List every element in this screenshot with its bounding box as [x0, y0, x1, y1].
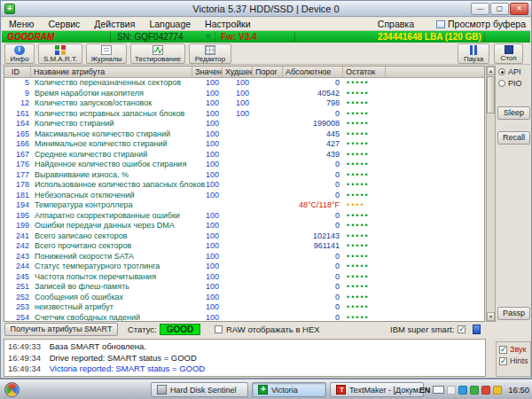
taskbar-item-victoria[interactable]: Victoria — [252, 382, 326, 397]
hints-checkbox[interactable]: Hints — [499, 356, 528, 365]
device-model: GOODRAM — [7, 31, 54, 43]
sleep-button[interactable]: Sleep — [497, 106, 530, 120]
table-row[interactable]: 244 Статус температурного тротлинга 100 … — [4, 262, 484, 272]
attribute-name: Время наработки накопителя — [35, 89, 144, 99]
passp-button[interactable]: Passp — [497, 307, 530, 320]
menu-item[interactable]: Настройки — [198, 18, 258, 31]
column-header-value[interactable]: Значение — [192, 66, 223, 78]
attribute-id: 161 — [4, 109, 29, 120]
taskbar-item-textmaker[interactable]: TextMaker - [Докум... — [330, 382, 424, 397]
table-row[interactable]: 166 Минимальное количество стираний 100 … — [4, 139, 484, 150]
keyboard-icon[interactable] — [433, 386, 444, 394]
log-line: 16:49:34 Victoria reported: SMART status… — [8, 364, 481, 375]
tray-app-icon[interactable] — [458, 386, 467, 395]
recall-button[interactable]: Recall — [497, 131, 530, 145]
journals-tab-button[interactable]: Журналы — [86, 43, 127, 64]
close-button[interactable]: ✕ — [510, 3, 528, 15]
column-header-worst[interactable]: Худшее — [223, 66, 253, 78]
table-row[interactable]: 167 Среднее количество стираний 100 439 … — [4, 150, 484, 160]
scrollbar-thumb[interactable] — [487, 76, 495, 113]
view-buffer-button[interactable]: Просмотр буфера — [432, 19, 530, 29]
table-row[interactable]: 195 Аппаратно скорректированные ошибки 1… — [4, 211, 484, 222]
table-row[interactable]: 176 Найденное количество ошибок стирания… — [4, 160, 484, 170]
table-row[interactable]: 254 Счетчик свободных падений 100 0 ••••… — [4, 313, 484, 322]
attribute-id: 241 — [4, 231, 29, 242]
table-row[interactable]: 194 Температура контроллера 48°C/118°F •… — [4, 200, 484, 211]
log-text: Drive reported: SMART status = GOOD — [50, 353, 197, 363]
minimize-button[interactable]: — — [471, 3, 489, 15]
scroll-up-icon[interactable]: ▲ — [487, 66, 495, 75]
table-row[interactable]: 251 Записей во флеш-память 100 0 ••••• — [4, 282, 484, 293]
device-capacity: 234441648 LBA (120 GB) — [378, 31, 481, 43]
attribute-value: 100 — [192, 252, 219, 262]
menu-item[interactable]: Меню — [2, 18, 41, 31]
table-row[interactable]: 12 Количество запусков/остановок 100 100… — [4, 98, 484, 109]
attribute-name: Количество переназначенных секторов — [35, 78, 181, 89]
column-header-id[interactable]: ID — [4, 66, 31, 78]
taskbar-item-label: TextMaker - [Докум... — [349, 386, 424, 395]
attribute-name: Минимальное количество стираний — [35, 139, 167, 150]
log-panel[interactable]: 16:49:33 База SMART обновлена. 16:49:34 … — [4, 339, 486, 377]
maximize-button[interactable]: ▢ — [490, 3, 509, 15]
column-header-health[interactable]: Остаток — [343, 66, 386, 78]
menu-item[interactable]: Действия — [87, 18, 142, 31]
get-smart-button[interactable]: Получить атрибуты SMART — [4, 323, 118, 336]
table-row[interactable]: 241 Всего записано секторов 100 102143 •… — [4, 231, 484, 242]
attribute-health-dots: ••••• — [347, 211, 370, 222]
ibm-super-smart-checkbox[interactable]: IBM super smart: — [390, 325, 466, 334]
smart-tab-button[interactable]: S.M.A.R.T. — [38, 43, 82, 64]
tray-app-icon[interactable] — [481, 386, 490, 395]
menu-item[interactable]: Language — [142, 18, 198, 31]
table-row[interactable]: 177 Выравнивание износа, % 100 0 ••••• — [4, 170, 484, 181]
attribute-id: 254 — [4, 313, 29, 322]
table-row[interactable]: 252 Сообщения об ошибках 100 0 ••••• — [4, 293, 484, 303]
clock[interactable]: 16:50 — [508, 385, 529, 395]
table-row[interactable]: 9 Время наработки накопителя 100 100 405… — [4, 89, 484, 99]
language-indicator[interactable]: EN — [419, 386, 431, 395]
table-row[interactable]: 161 Количество исправных запасных блоков… — [4, 109, 484, 120]
tray-app-icon[interactable] — [470, 386, 479, 395]
tray-app-icon[interactable] — [447, 386, 456, 395]
ibm-super-smart-label: IBM super smart: — [390, 325, 454, 334]
start-button[interactable] — [4, 382, 20, 397]
desktop: Victoria 5.37 HDD/SSD | Device 0 — ▢ ✕ М… — [0, 0, 532, 399]
taskbar: Hard Disk Sentinel Victoria TextMaker - … — [0, 379, 532, 399]
menu-item[interactable]: Сервис — [41, 18, 87, 31]
api-radio[interactable]: API — [498, 67, 521, 76]
tray-app-icon[interactable] — [493, 386, 502, 395]
table-row[interactable]: 199 Ошибки передачи данных через DMA 100… — [4, 221, 484, 231]
column-header-raw[interactable]: Абсолютное — [283, 66, 343, 78]
title-bar[interactable]: Victoria 5.37 HDD/SSD | Device 0 — ▢ ✕ — [1, 1, 531, 17]
column-header-threshold[interactable]: Порог — [253, 66, 283, 78]
attribute-id: 176 — [4, 160, 29, 170]
ibm-indicator[interactable] — [473, 325, 481, 334]
table-row[interactable]: 245 Частота попыток перечитывания 100 0 … — [4, 272, 484, 283]
pio-radio[interactable]: PIO — [498, 79, 522, 88]
testing-tab-button[interactable]: Тестирование — [130, 43, 185, 64]
attribute-value: 100 — [192, 272, 219, 283]
pause-button[interactable]: Пауза — [458, 43, 489, 64]
table-scrollbar[interactable]: ▲ ▼ — [486, 66, 496, 322]
sound-checkbox[interactable]: Звук — [499, 345, 528, 354]
menu-item-help[interactable]: Справка — [371, 18, 421, 31]
table-row[interactable]: 165 Максимальное количество стираний 100… — [4, 129, 484, 140]
column-header-name[interactable]: Название атрибута — [31, 66, 192, 78]
attribute-id: 166 — [4, 139, 29, 150]
stop-button[interactable]: Стоп — [494, 43, 523, 64]
info-tab-button[interactable]: Инфо — [4, 43, 35, 64]
table-row[interactable]: 5 Количество переназначенных секторов 10… — [4, 78, 484, 89]
clear-field-icon[interactable]: ✕ — [205, 31, 212, 43]
table-row[interactable]: 178 Использованное количество запасных б… — [4, 180, 484, 191]
raw-hex-checkbox[interactable]: RAW отображать в HEX — [215, 325, 320, 334]
attribute-health-dots: ••••• — [347, 180, 370, 191]
table-row[interactable]: 253 неизвестный атрибут 100 0 ••••• — [4, 302, 484, 313]
taskbar-item-hard-disk-sentinel[interactable]: Hard Disk Sentinel — [151, 382, 248, 397]
scroll-down-icon[interactable]: ▼ — [487, 312, 495, 321]
editor-tab-button[interactable]: Редактор — [189, 43, 231, 64]
table-row[interactable]: 242 Всего прочитано секторов 100 961141 … — [4, 241, 484, 252]
table-row[interactable]: 164 Количество стираний 100 199008 ••••• — [4, 119, 484, 129]
table-row[interactable]: 181 Небезопасных отключений 100 0 ••••• — [4, 191, 484, 201]
attribute-value: 100 — [192, 180, 219, 191]
attribute-id: 167 — [4, 150, 29, 160]
table-row[interactable]: 243 Понижений скорости SATA 100 0 ••••• — [4, 252, 484, 262]
